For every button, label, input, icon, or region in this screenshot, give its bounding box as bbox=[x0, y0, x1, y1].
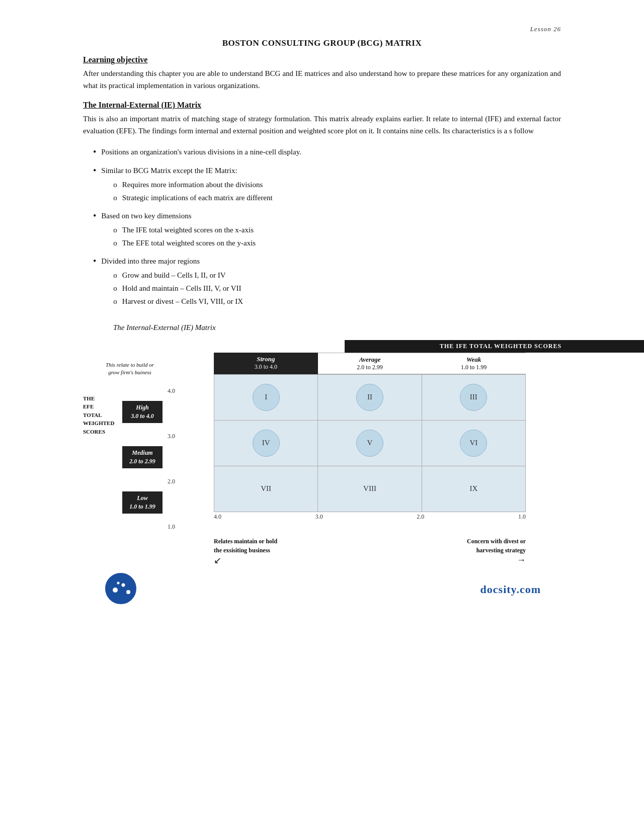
col-header-average-label: Average bbox=[321, 356, 419, 364]
arrow-left-icon: ↙ bbox=[214, 555, 221, 566]
sub-dot: o bbox=[113, 295, 117, 307]
svg-point-3 bbox=[126, 590, 130, 594]
grid-row-3: VII VIII IX bbox=[214, 466, 525, 512]
efe-title-area: THEEFETOTALWEIGHTEDSCORES bbox=[83, 374, 110, 436]
sub-dot: o bbox=[113, 192, 117, 204]
cell-circle-V: V bbox=[356, 430, 383, 457]
y-axis-nums: 4.0 3.0 2.0 1.0 bbox=[166, 374, 175, 531]
sub-text: Strategic implications of each matrix ar… bbox=[122, 192, 273, 204]
bottom-left-label-area: Relates maintain or holdthe exsisiting b… bbox=[214, 537, 277, 566]
main-title: BOSTON CONSULTING GROUP (BCG) MATRIX bbox=[83, 38, 561, 48]
sub-dot: o bbox=[113, 237, 117, 249]
bullet-text: Based on two key dimensions bbox=[101, 212, 191, 220]
cell-VI: VI bbox=[422, 421, 525, 466]
svg-point-2 bbox=[122, 583, 125, 587]
bottom-left-label: Relates maintain or holdthe exsisiting b… bbox=[214, 537, 277, 555]
sub-list-item: oThe IFE total weighted scores on the x-… bbox=[113, 224, 256, 236]
row-label-high: High3.0 to 4.0 bbox=[110, 389, 163, 435]
sub-list-item: oStrategic implications of each matrix a… bbox=[113, 192, 272, 204]
bottom-right-label-area: Concern with divest orharvesting strateg… bbox=[467, 537, 526, 566]
learning-objective-section: Learning objective After understanding t… bbox=[83, 55, 561, 92]
matrix-main-area: THEEFETOTALWEIGHTEDSCORES This relate to… bbox=[83, 374, 561, 531]
matrix-grid-wrapper: I II III IV V VI VII VIII IX bbox=[214, 374, 526, 521]
page: Lesson 26 BOSTON CONSULTING GROUP (BCG) … bbox=[83, 0, 561, 663]
y-val-4: 4.0 bbox=[168, 387, 175, 433]
x-axis-vals: 4.0 3.0 2.0 1.0 bbox=[214, 513, 526, 521]
row-label-medium-box: Medium2.0 to 2.99 bbox=[122, 446, 163, 468]
cell-circle-II: II bbox=[356, 384, 383, 411]
learning-objective-text: After understanding this chapter you are… bbox=[83, 67, 561, 92]
list-item: • Positions an organization's various di… bbox=[93, 146, 561, 159]
sub-text: The EFE total weighted scores on the y-a… bbox=[122, 237, 256, 249]
sub-list-item: oThe EFE total weighted scores on the y-… bbox=[113, 237, 256, 249]
col-header-strong: Strong 3.0 to 4.0 bbox=[214, 353, 318, 374]
bullet-text: Similar to BCG Matrix except the IE Matr… bbox=[101, 166, 237, 175]
efe-side-label: THEEFETOTALWEIGHTEDSCORES bbox=[83, 394, 114, 436]
learning-objective-heading: Learning objective bbox=[83, 55, 561, 64]
ife-top-label: THE IFE TOTAL WEIGHTED SCORES bbox=[345, 340, 644, 353]
cell-circle-VI: VI bbox=[460, 430, 487, 457]
ie-matrix-section: The Internal-External (IE) Matrix This i… bbox=[83, 101, 561, 137]
arrow-right-icon: → bbox=[517, 555, 526, 565]
list-item: • Divided into three major regions oGrow… bbox=[93, 255, 561, 308]
bullet-text: Positions an organization's various divi… bbox=[101, 148, 301, 156]
bottom-right-label: Concern with divest orharvesting strateg… bbox=[467, 537, 526, 555]
sub-list-item: oHarvest or divest – Cells VI, VIII, or … bbox=[113, 295, 243, 307]
footer: docsity.com bbox=[83, 571, 561, 608]
bullet-dot: • bbox=[93, 209, 96, 223]
cell-IX: IX bbox=[422, 466, 525, 512]
sub-dot: o bbox=[113, 269, 117, 281]
col-header-average: Average 2.0 to 2.99 bbox=[318, 353, 422, 374]
sub-list: oRequires more information about the div… bbox=[101, 179, 272, 204]
bullet-dot: • bbox=[93, 163, 96, 178]
build-note-area: This relate to build orgrow firm's buine… bbox=[110, 374, 163, 389]
svg-point-0 bbox=[105, 572, 137, 605]
cell-III: III bbox=[422, 375, 525, 420]
bullet-text: Divided into three major regions bbox=[101, 257, 200, 265]
row-label-low-box: Low1.0 to 1.99 bbox=[122, 491, 163, 514]
svg-point-1 bbox=[113, 588, 118, 593]
matrix-left-side: THEEFETOTALWEIGHTEDSCORES This relate to… bbox=[83, 374, 214, 531]
ife-top-label-wrapper: THE IFE TOTAL WEIGHTED SCORES bbox=[214, 340, 526, 353]
x-val-3: 3.0 bbox=[315, 513, 323, 521]
sub-dot: o bbox=[113, 282, 117, 294]
ie-matrix-heading: The Internal-External (IE) Matrix bbox=[83, 101, 561, 110]
x-val-4: 4.0 bbox=[214, 513, 221, 521]
sub-list: oThe IFE total weighted scores on the x-… bbox=[101, 224, 256, 249]
cell-circle-I: I bbox=[253, 384, 280, 411]
x-val-2: 2.0 bbox=[417, 513, 424, 521]
sub-list-item: oHold and maintain – Cells III, V, or VI… bbox=[113, 282, 243, 294]
cell-VIII: VIII bbox=[318, 466, 422, 512]
col-header-weak-range: 1.0 to 1.99 bbox=[425, 364, 523, 371]
logo-svg bbox=[103, 571, 138, 606]
sub-list: oGrow and build – Cells I, II, or IV oHo… bbox=[101, 269, 243, 307]
footer-brand-text: docsity.com bbox=[480, 583, 541, 596]
sub-list-item: oGrow and build – Cells I, II, or IV bbox=[113, 269, 243, 281]
sub-text: Grow and build – Cells I, II, or IV bbox=[122, 269, 226, 281]
characteristics-list: • Positions an organization's various di… bbox=[83, 146, 561, 308]
bullet-dot: • bbox=[93, 254, 96, 269]
ie-matrix-intro-text: This is also an important matrix of matc… bbox=[83, 113, 561, 137]
row-label-medium: Medium2.0 to 2.99 bbox=[110, 435, 163, 480]
cell-circle-III: III bbox=[460, 384, 487, 411]
cell-V: V bbox=[318, 421, 422, 466]
sub-dot: o bbox=[113, 224, 117, 236]
list-item: • Similar to BCG Matrix except the IE Ma… bbox=[93, 164, 561, 205]
sub-list-item: oRequires more information about the div… bbox=[113, 179, 272, 191]
row-label-low: Low1.0 to 1.99 bbox=[110, 480, 163, 525]
sub-text: Hold and maintain – Cells III, V, or VII bbox=[122, 282, 242, 294]
sub-text: Requires more information about the divi… bbox=[122, 179, 263, 191]
cell-circle-IV: IV bbox=[253, 430, 280, 457]
sub-dot: o bbox=[113, 179, 117, 191]
cell-circle-IX: IX bbox=[460, 475, 487, 503]
cell-IV: IV bbox=[214, 421, 318, 466]
cell-I: I bbox=[214, 375, 318, 420]
col-header-weak: Weak 1.0 to 1.99 bbox=[422, 353, 526, 374]
row-label-high-box: High3.0 to 4.0 bbox=[122, 401, 163, 423]
build-note: This relate to build orgrow firm's buine… bbox=[97, 361, 163, 377]
bullet-dot: • bbox=[93, 145, 96, 159]
matrix-col-headers: Strong 3.0 to 4.0 Average 2.0 to 2.99 We… bbox=[214, 353, 526, 374]
col-header-strong-label: Strong bbox=[217, 355, 315, 363]
grid-row-1: I II III bbox=[214, 375, 525, 421]
y-val-2: 2.0 bbox=[168, 478, 175, 523]
